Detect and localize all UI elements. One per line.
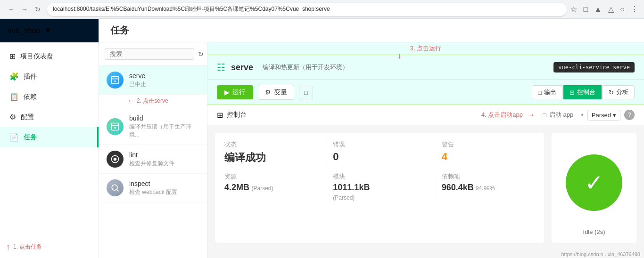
watermark: https://blog.csdn.n...xin_46379498 — [207, 250, 644, 258]
sidebar-item-dependencies[interactable]: 📋 依赖 — [0, 87, 99, 107]
launch-icon: □ — [543, 112, 546, 119]
dashboard-icon: ⊞ — [9, 52, 16, 61]
sidebar-item-label: 配置 — [21, 113, 34, 121]
build-task-name: build — [129, 114, 199, 122]
warnings-label: 警告 — [442, 140, 535, 149]
sidebar-item-tasks[interactable]: 📄 任务 — [0, 127, 99, 147]
serve-task-status: 已中止 — [129, 81, 199, 89]
stat-errors: 错误 0 — [333, 140, 426, 165]
separator: • — [581, 111, 584, 119]
serve-task-icon — [107, 72, 124, 89]
task-item-serve[interactable]: serve 已中止 — [99, 66, 207, 95]
task-item-build[interactable]: build 编译并压缩（用于生产环境... — [99, 109, 207, 145]
stats-row-1: 状态 编译成功 错误 0 警告 — [224, 140, 535, 165]
gear-icon: ⚙ — [265, 89, 271, 96]
sidebar: vue_shop ▼ ⊞ 项目仪表盘 🧩 插件 📋 依赖 ⚙ 配置 📄 任务 — [0, 19, 99, 258]
sidebar-item-config[interactable]: ⚙ 配置 — [0, 107, 99, 127]
modules-label: 模块 — [333, 172, 426, 181]
vars-button[interactable]: ⚙ 变量 — [258, 85, 294, 100]
task-detail-task-icon: ☷ — [217, 62, 225, 73]
sidebar-item-dashboard[interactable]: ⊞ 项目仪表盘 — [0, 46, 99, 66]
task-item-lint[interactable]: lint 检查并修复源文件 — [99, 145, 207, 174]
assets-parsed: (Parsed) — [251, 185, 273, 192]
task-view-tabs: □ 输出 ⊞ 控制台 ↻ 分析 — [532, 85, 635, 99]
build-task-desc: 编译并压缩（用于生产环境... — [129, 123, 199, 139]
serve-task-info: serve 已中止 — [129, 72, 199, 89]
deps-value: 960.4kB — [442, 183, 474, 193]
analysis-label: 分析 — [616, 88, 628, 97]
errors-value: 0 — [333, 151, 426, 163]
stat-status: 状态 编译成功 — [224, 140, 317, 165]
task-detail-name: serve — [231, 63, 253, 73]
browser-bar: ← → ↻ ☆ □ ▲ △ ○ ⋮ — [0, 0, 644, 19]
content-area: 任务 ↻ — [99, 19, 644, 258]
inspect-task-desc: 检查 webpack 配置 — [129, 188, 199, 196]
sidebar-item-label: 插件 — [24, 73, 37, 81]
arrow-down-icon: ↓ — [397, 51, 402, 61]
open-button[interactable]: □ — [299, 86, 313, 99]
project-name: vue_shop — [8, 26, 40, 35]
refresh-button[interactable]: ↻ — [198, 50, 204, 58]
parsed-dropdown[interactable]: Parsed ▾ — [587, 110, 620, 121]
back-button[interactable]: ← — [6, 4, 17, 15]
sidebar-item-label: 任务 — [24, 133, 37, 142]
build-task-info: build 编译并压缩（用于生产环境... — [129, 114, 199, 139]
tab-output[interactable]: □ 输出 — [532, 85, 562, 99]
annotation-2-area: ← 2. 点击serve — [99, 95, 207, 109]
tab-analysis[interactable]: ↻ 分析 — [603, 85, 635, 99]
task-detail: 3. 点击运行 ↓ ☷ serve 编译和热更新（用于开发环境） vue-cli… — [207, 42, 644, 258]
checkmark-icon: ✓ — [585, 169, 603, 196]
stat-deps: 依赖项 960.4kB 94.99% — [442, 172, 535, 201]
idle-status: Idle (2s) — [583, 228, 605, 235]
task-command-badge: vue-cli-service serve — [553, 62, 635, 73]
errors-label: 错误 — [333, 140, 426, 149]
vars-label: 变量 — [274, 88, 287, 97]
svg-point-7 — [114, 158, 117, 161]
run-label: 运行 — [232, 88, 246, 97]
console-icon: ⊞ — [570, 89, 575, 96]
inspect-task-icon — [107, 179, 124, 196]
sidebar-menu: ⊞ 项目仪表盘 🧩 插件 📋 依赖 ⚙ 配置 📄 任务 — [0, 42, 99, 238]
play-icon: ▶ — [224, 89, 230, 96]
sidebar-item-label: 项目仪表盘 — [20, 52, 53, 61]
help-button[interactable]: ? — [624, 110, 635, 120]
output-icon: □ — [538, 89, 542, 96]
stat-warnings: 警告 4 — [442, 140, 535, 165]
assets-value: 4.2MB — [224, 183, 249, 192]
arrow-up-icon: ↑ — [6, 242, 10, 252]
svg-rect-0 — [112, 77, 119, 84]
external-link-icon: □ — [304, 89, 308, 96]
assets-label: 资源 — [224, 172, 317, 181]
tab-console[interactable]: ⊞ 控制台 — [563, 85, 602, 99]
annotation-4-text: 4. 点击启动app — [481, 111, 523, 119]
address-bar[interactable] — [47, 3, 567, 16]
forward-button[interactable]: → — [19, 4, 30, 15]
stat-assets: 资源 4.2MB (Parsed) — [224, 172, 317, 201]
annotation-3-area: 3. 点击运行 ↓ — [207, 42, 644, 55]
task-item-inspect[interactable]: inspect 检查 webpack 配置 — [99, 174, 207, 202]
config-icon: ⚙ — [9, 113, 16, 121]
lint-task-icon — [107, 151, 124, 168]
task-detail-description: 编译和热更新（用于开发环境） — [263, 63, 348, 72]
lint-task-info: lint 检查并修复源文件 — [129, 151, 199, 168]
launch-app-button[interactable]: □ 启动 app — [539, 109, 577, 121]
sidebar-item-plugins[interactable]: 🧩 插件 — [0, 66, 99, 87]
console-label: 控制台 — [577, 88, 595, 97]
reload-button[interactable]: ↻ — [32, 4, 43, 15]
launch-app-label: 启动 app — [549, 111, 573, 119]
inspect-task-name: inspect — [129, 180, 199, 187]
console-panel: ⊞ 控制台 4. 点击启动app → □ 启动 app — [207, 105, 644, 258]
modules-parsed: (Parsed) — [333, 194, 426, 201]
stats-card-main: 状态 编译成功 错误 0 警告 — [215, 133, 544, 243]
task-search-input[interactable] — [105, 48, 194, 60]
stats-area: 状态 编译成功 错误 0 警告 — [207, 125, 644, 250]
sidebar-item-label: 依赖 — [24, 93, 37, 101]
lint-task-name: lint — [129, 151, 199, 159]
warnings-value: 4 — [442, 151, 535, 163]
sidebar-project-selector[interactable]: vue_shop ▼ — [0, 19, 99, 42]
status-value: 编译成功 — [224, 151, 317, 165]
stat-modules: 模块 1011.1kB (Parsed) — [333, 172, 426, 201]
stat-divider-4 — [434, 172, 434, 201]
run-button[interactable]: ▶ 运行 — [217, 85, 253, 99]
modules-value: 1011.1kB — [333, 183, 370, 192]
